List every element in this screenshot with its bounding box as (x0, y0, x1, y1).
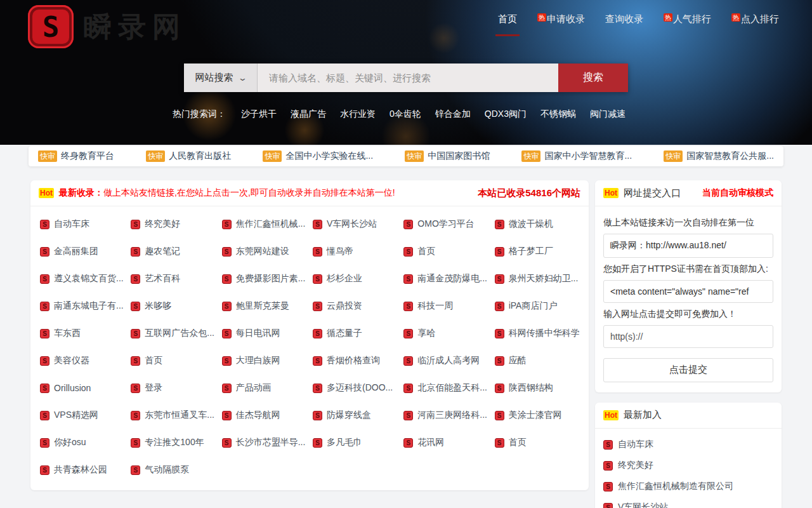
site-favicon-icon: S (222, 438, 232, 448)
url-input[interactable] (603, 325, 773, 348)
site-link[interactable]: S 河南三庚网络科... (400, 408, 491, 422)
site-link[interactable]: S 鲍里斯克莱曼 (219, 299, 310, 313)
site-link[interactable]: S 遵义袁锦文百货... (37, 272, 128, 286)
quick-review-item[interactable]: 快审 国家中小学智慧教育... (521, 150, 632, 162)
site-link[interactable]: S iPA商店门户 (492, 299, 582, 313)
site-link[interactable]: S 共青森林公园 (37, 463, 128, 477)
site-link[interactable]: S 云鼎投资 (310, 299, 400, 313)
quick-review-item[interactable]: 快审 全国中小学实验在线... (263, 150, 373, 162)
hot-search-word[interactable]: 阀门减速 (590, 109, 625, 119)
brand-logo[interactable]: S 瞬录网 (28, 5, 187, 48)
site-link[interactable]: S 享哈 (400, 326, 491, 340)
site-link[interactable]: S 米哆哆 (128, 299, 218, 313)
site-link[interactable]: S 登录 (128, 381, 218, 395)
latest-panel-header: Hot 最新收录： 做上本站友情链接,在您站上点击一次,即可自动收录并自动排在本… (30, 180, 589, 206)
quick-review-badge: 快审 (146, 150, 165, 162)
site-link[interactable]: S 车东西 (37, 326, 128, 340)
nav-item-clickin-rank[interactable]: 热点入排行 (731, 13, 779, 25)
site-link[interactable]: S V车网长沙站 (310, 217, 400, 231)
site-link[interactable]: S 焦作汇鑫恒机械... (219, 217, 310, 231)
quick-review-item[interactable]: 快审 终身教育平台 (38, 150, 114, 162)
site-link[interactable]: S 格子梦工厂 (492, 244, 582, 258)
site-link[interactable]: S 多迈科技(DOO... (310, 381, 400, 395)
submit-button[interactable]: 点击提交 (603, 358, 773, 382)
search-input[interactable] (258, 64, 558, 92)
site-favicon-icon: S (40, 438, 49, 448)
hot-search-word[interactable]: 不锈钢蜗 (540, 109, 576, 119)
meta-code-box[interactable]: <meta content="always" name="ref (603, 280, 773, 303)
submit-panel-title: 网址提交入口 (624, 187, 681, 199)
quick-review-item[interactable]: 快审 国家智慧教育公共服... (664, 150, 774, 162)
quick-review-badge: 快审 (38, 150, 57, 162)
newest-item[interactable]: S 终究美好 (603, 455, 773, 476)
site-link[interactable]: S 花讯网 (400, 436, 491, 450)
search-category-select[interactable]: 网站搜索 ⌄ (184, 64, 258, 92)
site-link[interactable]: S 气动隔膜泵 (128, 463, 218, 477)
site-link[interactable]: S 防爆穿线盒 (310, 408, 400, 422)
site-link[interactable]: S OMO学习平台 (400, 217, 491, 231)
site-link[interactable]: S 美容仪器 (37, 354, 128, 368)
quick-review-item[interactable]: 快审 人民教育出版社 (146, 150, 231, 162)
site-link[interactable]: S 每日电讯网 (219, 326, 310, 340)
site-link[interactable]: S 首页 (492, 436, 582, 450)
site-link[interactable]: S 杉杉企业 (310, 272, 400, 286)
site-link[interactable]: S 大理白族网 (219, 354, 310, 368)
nav-item-apply[interactable]: 热申请收录 (537, 13, 585, 25)
site-link[interactable]: S 科技一周 (400, 299, 491, 313)
site-link[interactable]: S 香烟价格查询 (310, 354, 400, 368)
site-link[interactable]: S 东莞网站建设 (219, 244, 310, 258)
site-link[interactable]: S 微波干燥机 (492, 217, 582, 231)
site-link[interactable]: S 多凡毛巾 (310, 436, 400, 450)
site-link[interactable]: S 首页 (128, 354, 218, 368)
site-favicon-icon: S (313, 302, 322, 311)
site-link[interactable]: S 南通金茂防爆电... (400, 272, 491, 286)
search-button[interactable]: 搜索 (558, 64, 628, 92)
nav-item-query[interactable]: 查询收录 (605, 13, 643, 25)
site-link[interactable]: S 终究美好 (128, 217, 218, 231)
hot-search-words: 热门搜索词：沙子烘干液晶广告水行业资0伞齿轮锌合金加QDX3阀门不锈钢蜗阀门减速 (0, 109, 812, 120)
hot-search-word[interactable]: 锌合金加 (435, 109, 471, 119)
site-link[interactable]: S 自动车床 (37, 217, 128, 231)
site-link[interactable]: S VPS精选网 (37, 408, 128, 422)
hero-banner: S 瞬录网 首页 热申请收录 查询收录 热人气排行 热点入排行 网站搜索 ⌄ 搜… (0, 0, 812, 145)
site-link[interactable]: S 长沙市芯盟半导... (219, 436, 310, 450)
hot-search-word[interactable]: QDX3阀门 (485, 109, 527, 119)
site-link[interactable]: S Orillusion (37, 381, 128, 395)
newest-item-label: 终究美好 (618, 460, 653, 471)
site-link[interactable]: S 科网传播中华科学 (492, 326, 582, 340)
site-link-box[interactable]: 瞬录网：http://www.au18.net/ (603, 234, 773, 258)
newest-item[interactable]: S 自动车床 (603, 434, 773, 455)
site-link[interactable]: S 佳杰导航网 (219, 408, 310, 422)
site-link[interactable]: S 循态量子 (310, 326, 400, 340)
site-link[interactable]: S 南通东城电子有... (37, 299, 128, 313)
site-link[interactable]: S 艺术百科 (128, 272, 218, 286)
newest-item[interactable]: S 焦作汇鑫恒机械制造有限公司 (603, 476, 773, 497)
site-link[interactable]: S 北京佰能盈天科... (400, 381, 491, 395)
site-link[interactable]: S 你好osu (37, 436, 128, 450)
site-link[interactable]: S 金高丽集团 (37, 244, 128, 258)
site-link[interactable]: S 应酷 (492, 354, 582, 368)
site-link[interactable]: S 泉州天娇妇幼卫... (492, 272, 582, 286)
hot-search-word[interactable]: 液晶广告 (291, 109, 326, 119)
site-favicon-icon: S (403, 438, 413, 448)
newest-item[interactable]: S V车网长沙站 (603, 497, 773, 508)
site-link[interactable]: S 专注推文100年 (128, 436, 218, 450)
site-link[interactable]: S 产品动画 (219, 381, 310, 395)
site-link[interactable]: S 趣农笔记 (128, 244, 218, 258)
quick-review-item[interactable]: 快审 中国国家图书馆 (405, 150, 490, 162)
site-link[interactable]: S 首页 (400, 244, 491, 258)
hot-search-word[interactable]: 水行业资 (340, 109, 376, 119)
hot-search-word[interactable]: 0伞齿轮 (390, 109, 421, 119)
site-link-label: 泉州天娇妇幼卫... (509, 273, 579, 284)
nav-item-home[interactable]: 首页 (498, 13, 517, 25)
nav-item-label: 申请收录 (547, 13, 585, 24)
site-link[interactable]: S 懂鸟帝 (310, 244, 400, 258)
site-link[interactable]: S 免费摄影图片素... (219, 272, 310, 286)
site-link[interactable]: S 东莞市恒通叉车... (128, 408, 218, 422)
hot-search-word[interactable]: 沙子烘干 (241, 109, 277, 119)
site-link[interactable]: S 临沂成人高考网 (400, 354, 491, 368)
nav-item-popularity-rank[interactable]: 热人气排行 (664, 13, 711, 25)
site-link[interactable]: S 互联网广告众包... (128, 326, 218, 340)
site-link[interactable]: S 美涂士漆官网 (492, 408, 582, 422)
site-link[interactable]: S 陕西钢结构 (492, 381, 582, 395)
